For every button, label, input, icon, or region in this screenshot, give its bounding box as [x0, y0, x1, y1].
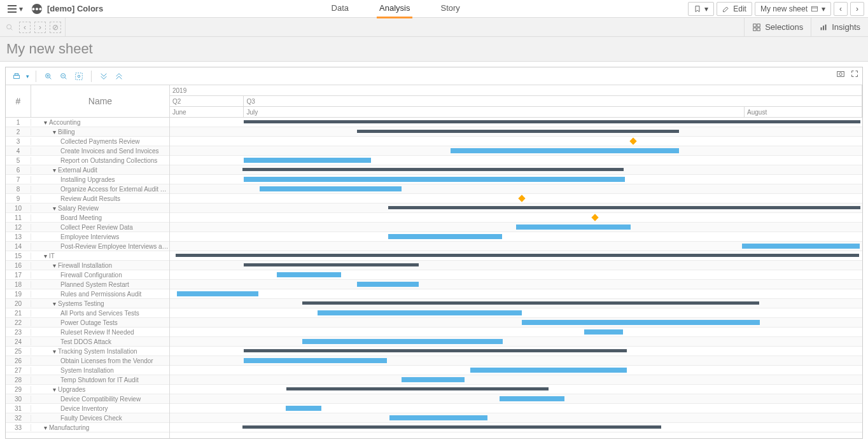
- task-bar[interactable]: [402, 377, 465, 382]
- tree-row[interactable]: 23Ruleset Review If Needed: [6, 328, 169, 337]
- task-bar[interactable]: [260, 186, 402, 191]
- summary-bar[interactable]: [244, 349, 627, 352]
- selections-tool-button[interactable]: Selections: [744, 18, 811, 36]
- tab-story[interactable]: Story: [438, 0, 462, 18]
- sheet-selector[interactable]: My new sheet ▾: [755, 2, 831, 16]
- task-bar[interactable]: [742, 244, 860, 249]
- task-bar[interactable]: [302, 339, 503, 344]
- tree-toggle-icon[interactable]: ▾: [43, 119, 48, 126]
- tree-row[interactable]: 32Faulty Devices Check: [6, 413, 169, 423]
- task-bar[interactable]: [500, 396, 564, 401]
- tree-row[interactable]: 12Collect Peer Review Data: [6, 223, 169, 232]
- bookmark-button[interactable]: ▾: [688, 2, 714, 16]
- tree-row[interactable]: 18Planned System Restart: [6, 280, 169, 289]
- task-bar[interactable]: [244, 358, 386, 363]
- summary-bar[interactable]: [302, 301, 759, 305]
- summary-bar[interactable]: [242, 168, 623, 171]
- tree-toggle-icon[interactable]: ▾: [52, 262, 57, 269]
- step-back-icon[interactable]: ‹: [19, 22, 31, 33]
- tree-row[interactable]: 14Post-Review Employee Interviews and No…: [6, 242, 169, 251]
- task-bar[interactable]: [244, 158, 370, 163]
- zoom-fit-button[interactable]: [73, 71, 85, 82]
- task-bar[interactable]: [177, 291, 258, 296]
- clear-selections-icon[interactable]: ⊘: [50, 22, 61, 33]
- tree-row[interactable]: 26Obtain Licenses from the Vendor: [6, 356, 169, 366]
- tree-row[interactable]: 4Create Invoices and Send Invoices: [6, 146, 169, 156]
- collapse-all-button[interactable]: [113, 71, 125, 82]
- milestone-marker[interactable]: [591, 214, 598, 221]
- tree-row[interactable]: 17Firewall Configuration: [6, 270, 169, 280]
- next-sheet-button[interactable]: ›: [850, 2, 864, 16]
- tree-row[interactable]: 7Installing Upgrades: [6, 175, 169, 184]
- tree-row[interactable]: 6▾External Audit: [6, 165, 169, 175]
- task-bar[interactable]: [277, 272, 341, 277]
- tree-row[interactable]: 9Review Audit Results: [6, 194, 169, 204]
- tree-row[interactable]: 15▾IT: [6, 251, 169, 261]
- zoom-out-button[interactable]: [58, 71, 69, 82]
- tree-row[interactable]: 20▾Systems Testing: [6, 299, 169, 308]
- tree-toggle-icon[interactable]: ▾: [52, 128, 57, 135]
- tree-row[interactable]: 27System Installation: [6, 366, 169, 375]
- smart-search-icon[interactable]: [4, 22, 15, 33]
- tree-row[interactable]: 29▾Upgrades: [6, 385, 169, 394]
- tree-row[interactable]: 30Device Compatibility Review: [6, 394, 169, 404]
- tree-row[interactable]: 24Test DDOS Attack: [6, 337, 169, 347]
- tree-row[interactable]: 3Collected Payments Review: [6, 137, 169, 146]
- column-header-name[interactable]: Name: [31, 85, 169, 117]
- tree-row[interactable]: 31Device Inventory: [6, 404, 169, 413]
- summary-bar[interactable]: [244, 120, 860, 123]
- tree-row[interactable]: 33▾Manufacturing: [6, 423, 169, 432]
- summary-bar[interactable]: [242, 425, 661, 429]
- tree-row[interactable]: 10▾Salary Review: [6, 204, 169, 213]
- tree-row[interactable]: 1▾Accounting: [6, 118, 169, 127]
- task-bar[interactable]: [318, 310, 522, 315]
- task-bar[interactable]: [357, 282, 419, 287]
- milestone-marker[interactable]: [629, 137, 636, 144]
- task-bar[interactable]: [516, 224, 631, 230]
- tree-row[interactable]: 21All Ports and Services Tests: [6, 308, 169, 318]
- dropdown-arrow-icon[interactable]: ▾: [26, 73, 29, 79]
- tree-row[interactable]: 28Temp Shutdown for IT Audit: [6, 375, 169, 385]
- insights-button[interactable]: Insights: [811, 18, 868, 36]
- fullscreen-button[interactable]: [850, 69, 860, 79]
- task-bar[interactable]: [388, 234, 503, 239]
- tree-toggle-icon[interactable]: ▾: [43, 424, 48, 431]
- tree-row[interactable]: 8Organize Access for External Audit Team: [6, 184, 169, 194]
- tree-row[interactable]: 2▾Billing: [6, 127, 169, 137]
- task-bar[interactable]: [584, 329, 623, 335]
- task-bar[interactable]: [286, 406, 322, 411]
- task-bar[interactable]: [451, 148, 679, 153]
- summary-bar[interactable]: [176, 254, 859, 257]
- tree-row[interactable]: 22Power Outage Tests: [6, 318, 169, 328]
- task-bar[interactable]: [470, 368, 627, 373]
- tree-row[interactable]: 13Employee Interviews: [6, 232, 169, 242]
- column-header-number[interactable]: #: [6, 85, 31, 117]
- tree-row[interactable]: 25▾Tracking System Installation: [6, 347, 169, 356]
- expand-all-button[interactable]: [98, 71, 109, 82]
- task-bar[interactable]: [389, 415, 487, 420]
- menu-button[interactable]: ▾: [4, 3, 27, 15]
- step-forward-icon[interactable]: ›: [34, 22, 46, 33]
- tree-toggle-icon[interactable]: ▾: [52, 167, 57, 174]
- snapshot-button[interactable]: [836, 69, 846, 79]
- summary-bar[interactable]: [388, 206, 860, 209]
- edit-button[interactable]: Edit: [717, 2, 752, 16]
- tree-toggle-icon[interactable]: ▾: [52, 348, 57, 355]
- print-button[interactable]: [11, 71, 22, 82]
- tree-toggle-icon[interactable]: ▾: [52, 205, 57, 212]
- tab-analysis[interactable]: Analysis: [377, 0, 412, 18]
- tree-toggle-icon[interactable]: ▾: [52, 386, 57, 393]
- tree-row[interactable]: 19Rules and Permissions Audit: [6, 289, 169, 299]
- tree-row[interactable]: 16▾Firewall Installation: [6, 261, 169, 270]
- task-bar[interactable]: [522, 320, 760, 325]
- tree-row[interactable]: 5Report on Outstanding Collections: [6, 156, 169, 165]
- summary-bar[interactable]: [357, 130, 679, 133]
- tree-row[interactable]: 11Board Meeting: [6, 213, 169, 223]
- milestone-marker[interactable]: [519, 195, 526, 202]
- summary-bar[interactable]: [286, 387, 549, 390]
- zoom-in-button[interactable]: [43, 71, 54, 82]
- task-bar[interactable]: [244, 177, 624, 182]
- summary-bar[interactable]: [244, 263, 418, 266]
- tree-toggle-icon[interactable]: ▾: [52, 300, 57, 307]
- tree-toggle-icon[interactable]: ▾: [43, 252, 48, 259]
